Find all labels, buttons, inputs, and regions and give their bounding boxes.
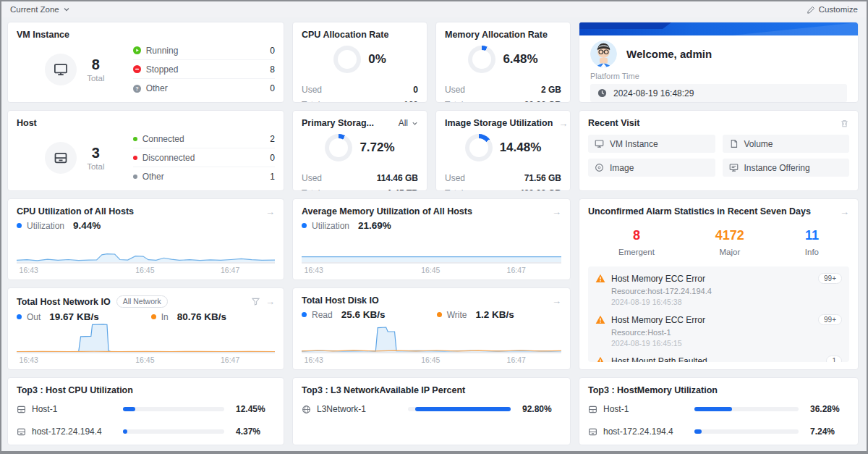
welcome-card: Welcome, admin Platform Time 2024-08-19 …	[579, 22, 859, 103]
cpu-allocation-card: CPU Allocation Rate 0% Used0 Total160	[292, 22, 427, 103]
svg-text:?: ?	[135, 85, 139, 92]
recent-visit-volume[interactable]: Volume	[723, 135, 850, 153]
host-status-other-row[interactable]: Other 1	[133, 167, 275, 186]
top-bar: Current Zone Customize	[1, 1, 867, 17]
cpu-alloc-title: CPU Allocation Rate	[302, 30, 388, 40]
info-label: Info	[805, 248, 819, 256]
cpu-alloc-percent: 0%	[368, 52, 386, 67]
disk-io-chart	[302, 323, 561, 352]
arrow-right-icon[interactable]: →	[265, 207, 275, 217]
network-filter-tag[interactable]: All Network	[116, 295, 168, 308]
progress-bar-fill	[694, 407, 732, 411]
platform-time-row: 2024-08-19 16:48:29	[590, 84, 847, 102]
running-label: Running	[146, 46, 265, 56]
ps-used-value: 114.46 GB	[377, 173, 418, 183]
vm-status-other-row[interactable]: ? Other 0	[133, 79, 275, 98]
recent-visit-image[interactable]: Image	[588, 159, 715, 177]
stopped-value: 8	[270, 64, 275, 75]
warning-icon	[595, 274, 605, 283]
top3-host-cpu-card: Top3 : Host CPU Utilization Host-1 12.45…	[7, 377, 284, 445]
primary-storage-donut	[325, 134, 352, 161]
alarm-item[interactable]: Host Memory ECC Error 99+ Resource:host-…	[595, 273, 842, 306]
zone-selector[interactable]: Current Zone	[10, 5, 70, 14]
vm-status-running-row[interactable]: Running 0	[133, 41, 275, 60]
filter-funnel-icon[interactable]	[252, 298, 260, 306]
legend-dot-blue	[302, 312, 307, 317]
write-label: Write	[447, 310, 467, 320]
is-total-value: 493.88 GB	[519, 188, 561, 191]
chevron-down-icon	[63, 6, 70, 13]
top3-row-percent: 12.45%	[230, 404, 275, 414]
primary-storage-percent: 7.72%	[359, 140, 394, 155]
disk-read-legend: Read 25.6 KB/s	[302, 309, 437, 320]
trash-icon[interactable]	[840, 119, 849, 128]
running-status-icon	[133, 46, 141, 54]
in-value: 80.76 KB/s	[177, 311, 226, 322]
alarm-title: Host Memory ECC Error	[611, 274, 812, 284]
customize-button[interactable]: Customize	[807, 5, 858, 14]
memory-utilization-chart	[302, 246, 561, 262]
image-disc-icon	[595, 163, 604, 172]
cpu-utilization-card: CPU Utilization of All Hosts → Utilizati…	[7, 198, 284, 280]
top3-row[interactable]: Host-1 12.45%	[17, 401, 275, 417]
progress-bar	[694, 407, 799, 411]
welcome-banner	[579, 22, 858, 35]
vm-instance-card: VM Instance 8 Total Running 0	[7, 22, 284, 103]
disconnected-label: Disconnected	[142, 153, 265, 163]
disk-write-legend: Write 1.2 KB/s	[437, 309, 514, 320]
recent-visit-card: Recent Visit VM Instance Volume Image In…	[579, 110, 859, 191]
alarm-stat-major[interactable]: 4172 Major	[715, 228, 744, 256]
top3-row-percent: 4.37%	[230, 426, 275, 437]
vm-status-stopped-row[interactable]: Stopped 8	[133, 60, 275, 79]
x-tick: 16:43	[305, 356, 323, 364]
alarm-title: Host Mount Path Faulted	[611, 356, 820, 363]
arrow-right-icon[interactable]: →	[552, 207, 561, 217]
alarm-stat-emergent[interactable]: 8 Emergent	[618, 228, 655, 256]
vm-instance-icon	[595, 139, 604, 148]
ps-total-value: 1.45 TB	[387, 188, 418, 191]
network-io-chart	[17, 323, 275, 352]
primary-storage-filter[interactable]: All	[399, 118, 418, 128]
arrow-right-icon[interactable]: →	[552, 296, 561, 306]
alarm-time: 2024-08-19 16:45:15	[611, 339, 842, 348]
top3-row[interactable]: host-172.24.194.4 7.24%	[588, 424, 849, 440]
alarm-item[interactable]: Host Memory ECC Error 99+ Resource:Host-…	[595, 314, 842, 348]
x-tick: 16:43	[20, 356, 38, 364]
top3-row[interactable]: Host-1 36.28%	[588, 401, 849, 417]
host-other-value: 1	[270, 172, 275, 182]
recent-visit-instance-offering[interactable]: Instance Offering	[723, 159, 850, 177]
mem-alloc-donut	[468, 46, 495, 73]
arrow-right-icon[interactable]: →	[265, 297, 275, 306]
recent-visit-vm-instance[interactable]: VM Instance	[588, 135, 715, 153]
top3-row-percent: 36.28%	[804, 404, 849, 414]
mem-util-legend-label: Utilization	[312, 221, 349, 231]
progress-bar	[408, 407, 511, 411]
legend-dot-blue	[17, 314, 22, 319]
alarm-stat-info[interactable]: 11 Info	[805, 228, 819, 256]
alarm-resource: Resource:Host-1	[611, 328, 842, 337]
alarm-count-badge: 99+	[818, 273, 842, 284]
mem-alloc-title: Memory Allocation Rate	[445, 30, 548, 40]
vm-monitor-icon	[45, 54, 77, 85]
out-value: 19.67 KB/s	[49, 311, 98, 322]
arrow-right-icon[interactable]: →	[558, 119, 568, 128]
network-in-legend: In 80.76 KB/s	[151, 311, 226, 322]
info-count: 11	[805, 228, 819, 243]
mem-util-x-axis: 16:43 16:45 16:47	[302, 262, 561, 272]
top3-row-percent: 92.80%	[516, 404, 561, 414]
host-status-disconnected-row[interactable]: Disconnected 0	[133, 148, 275, 167]
cpu-used-label: Used	[302, 85, 413, 95]
alarm-item[interactable]: Host Mount Path Faulted 1 Resource:host-…	[595, 356, 842, 362]
customize-label: Customize	[819, 5, 858, 14]
progress-bar-fill	[123, 407, 135, 411]
arrow-right-icon[interactable]: →	[840, 207, 849, 217]
progress-bar-fill	[123, 429, 127, 434]
connected-label: Connected	[142, 134, 265, 144]
instance-offering-icon	[729, 163, 739, 172]
host-status-connected-row[interactable]: Connected 2	[133, 130, 275, 148]
top3-row[interactable]: host-172.24.194.4 4.37%	[17, 424, 275, 440]
top3-row-percent: 7.24%	[804, 426, 849, 437]
image-storage-donut	[465, 134, 493, 161]
top3-row[interactable]: L3Network-1 92.80%	[302, 401, 561, 417]
recent-visit-vm-label: VM Instance	[610, 139, 658, 149]
